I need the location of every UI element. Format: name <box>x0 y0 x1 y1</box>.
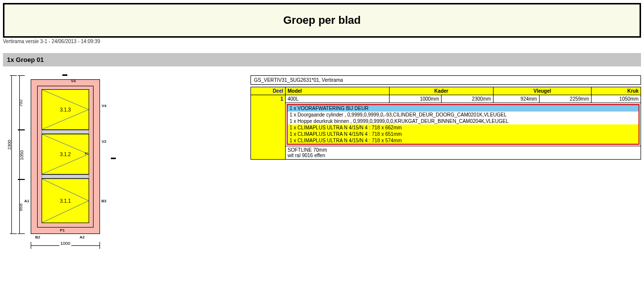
panel-bot-label: 3.1.1 <box>60 198 71 204</box>
drawing-column: ▬ 2300 702 1050 858 V4 V2 V4 A1 <box>3 75 250 264</box>
cell-vleugel-h: 2259mm <box>539 95 591 103</box>
dim-total-height-label: 2300 <box>7 140 12 150</box>
mullion-2 <box>42 174 89 178</box>
tick-top-icon: ▬ <box>62 71 67 77</box>
col-kader: Kader <box>390 87 494 95</box>
version-line: Vertirama versie 3-1 - 24/06/2013 - 14:0… <box>3 39 641 44</box>
content-row: ▬ 2300 702 1050 858 V4 V2 V4 A1 <box>3 75 641 264</box>
cell-kader-h: 2300mm <box>442 95 494 103</box>
panel-bot: 3.1.1 <box>42 178 89 223</box>
tick-right-icon: ▬ <box>111 155 116 160</box>
detail-box: 1 x VOORAFWATERING BIJ DEUR 1 x Doorgaan… <box>287 104 640 145</box>
frame-inner: 3.1.3 3.1.2 H 3. <box>37 86 94 228</box>
detail-line-3: 1 x Hoppe deurkruk binnen , 0,9999,0,999… <box>288 118 639 124</box>
label-v2: V2 <box>101 139 106 144</box>
dim-seg-mid: 1050 <box>19 150 24 160</box>
detail-line-2: 1 x Doorgaande cylinder , 0,9999,0,9999,… <box>288 112 639 118</box>
detail-line-6: 1 x CLIMAPLUS ULTRA N 4/15/N 4 : 718 x 5… <box>288 137 639 144</box>
dim-width: 1000 <box>31 242 100 249</box>
label-h: H <box>85 151 88 156</box>
spec-column: GS_VERTIV31_SUG2631*01, Vertirama Deel M… <box>250 75 641 264</box>
cell-vleugel-w: 924mm <box>494 95 540 103</box>
header-row: Deel Model Kader Vleugel Kruk <box>251 87 641 95</box>
row-number: 1 <box>251 95 286 160</box>
dim-segments: 702 1050 858 <box>18 75 25 234</box>
dim-total-height: 2300 <box>10 75 17 234</box>
col-vleugel: Vleugel <box>494 87 592 95</box>
label-b2: B2 <box>35 235 40 239</box>
dim-width-label: 1000 <box>59 241 71 246</box>
mullion-1 <box>42 130 89 134</box>
detail-line-1: 1 x VOORAFWATERING BIJ DEUR <box>288 105 639 112</box>
cell-kader-w: 1000mm <box>390 95 442 103</box>
col-deel: Deel <box>251 87 286 95</box>
detail-line-4: 1 x CLIMAPLUS ULTRA N 4/15/N 4 : 718 x 6… <box>288 124 639 131</box>
cell-kruk: 1050mm <box>592 95 641 103</box>
cell-model: 400L <box>286 95 390 103</box>
panel-mid-label: 3.1.2 <box>60 152 71 157</box>
dim-seg-bot: 858 <box>18 203 23 211</box>
dim-seg-top: 702 <box>18 99 23 107</box>
group-header: 1x Groep 01 <box>3 53 641 66</box>
label-v4: V4 <box>101 104 106 108</box>
drawing: ▬ 2300 702 1050 858 V4 V2 V4 A1 <box>3 75 122 264</box>
col-model: Model <box>286 87 390 95</box>
footer-line-2: wit ral 9016 effen <box>288 153 639 158</box>
panel-top-label: 3.1.3 <box>60 107 71 113</box>
panel-mid: 3.1.2 H <box>42 134 89 174</box>
label-a2: A2 <box>80 235 85 239</box>
panel-top: 3.1.3 <box>42 89 89 130</box>
detail-line-5: 1 x CLIMAPLUS ULTRA N 4/15/N 4 : 718 x 6… <box>288 131 639 137</box>
data-row: 1 400L 1000mm 2300mm 924mm 2259mm 1050mm <box>251 95 641 103</box>
col-kruk: Kruk <box>592 87 641 95</box>
footer-line-1: SOFTLINE 70mm <box>288 147 639 153</box>
title-banner: Groep per blad <box>3 3 641 38</box>
label-a1: A1 <box>24 199 29 203</box>
detail-row: 1 x VOORAFWATERING BIJ DEUR 1 x Doorgaan… <box>251 103 641 146</box>
spec-table: Deel Model Kader Vleugel Kruk 1 400L 100… <box>250 87 641 160</box>
page-title: Groep per blad <box>283 14 360 27</box>
info-line: GS_VERTIV31_SUG2631*01, Vertirama <box>250 75 641 85</box>
label-v4b: V4 <box>71 79 76 83</box>
label-p1: P1 <box>60 228 65 232</box>
frame-outer: V4 V2 V4 A1 B3 B2 A2 P1 3.1.3 <box>31 79 100 234</box>
footer-row: SOFTLINE 70mm wit ral 9016 effen <box>251 146 641 160</box>
label-b3: B3 <box>101 199 106 203</box>
